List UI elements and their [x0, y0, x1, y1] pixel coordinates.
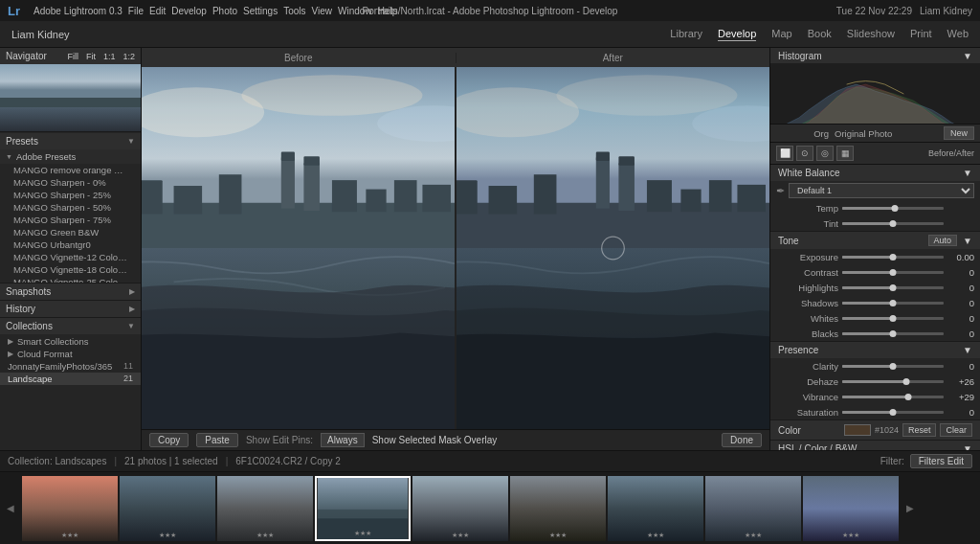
histogram-header[interactable]: Histogram ▼ [770, 48, 980, 63]
crop-tool-btn[interactable]: ⬜ [776, 146, 793, 161]
preset-item[interactable]: MANGO Sharpen - 25% [0, 189, 141, 201]
film-thumbnail-4[interactable]: ★★★ [315, 476, 411, 541]
shadows-label: Shadows [776, 298, 838, 308]
show-edit-dropdown[interactable]: Always [321, 433, 365, 447]
highlights-slider[interactable] [842, 286, 944, 289]
presets-triangle-icon: ▼ [127, 137, 135, 146]
menu-develop[interactable]: Develop [171, 6, 207, 16]
before-toggle[interactable]: Before/After [928, 148, 974, 158]
film-thumbnail-7[interactable]: ★★★ [608, 476, 703, 541]
color-header[interactable]: Color #1024 Reset Clear [770, 420, 980, 440]
film-thumbnail-2[interactable]: ★★★ [120, 476, 215, 541]
menu-file[interactable]: File [128, 6, 144, 16]
auto-btn[interactable]: Auto [928, 235, 958, 246]
zoom-1to2[interactable]: 1:2 [122, 52, 135, 61]
module-web[interactable]: Web [947, 28, 969, 41]
wb-header[interactable]: White Balance ▼ [770, 165, 980, 181]
filmstrip-next-btn[interactable]: ▶ [900, 476, 921, 541]
film-thumbnail-1[interactable]: ★★★ [22, 476, 118, 541]
zoom-fit[interactable]: Fit [86, 52, 96, 61]
wb-dropdown[interactable]: Default 1 As Shot Auto Daylight [789, 183, 974, 198]
color-swatch[interactable] [844, 424, 871, 436]
menu-view[interactable]: View [312, 6, 333, 16]
contrast-slider[interactable] [842, 271, 944, 274]
exposure-slider[interactable] [842, 256, 944, 259]
radial-tool-btn[interactable]: ◎ [816, 146, 834, 161]
film-thumbnail-6[interactable]: ★★★ [510, 476, 606, 541]
menu-adobe[interactable]: Adobe Lightroom 0.3 [33, 6, 122, 16]
zoom-1to1[interactable]: 1:1 [103, 52, 116, 61]
heal-tool-btn[interactable]: ⊙ [796, 146, 813, 161]
module-book[interactable]: Book [808, 28, 832, 41]
preset-item[interactable]: MANGO Vignette-18 Color Priority [0, 263, 141, 276]
module-slideshow[interactable]: Slideshow [847, 28, 895, 41]
color-header-right: #1024 Reset Clear [844, 423, 972, 437]
film-thumbnail-9[interactable]: ★★★ [803, 476, 899, 541]
photo-area[interactable] [142, 67, 769, 429]
copy-button[interactable]: Copy [149, 433, 189, 447]
shadows-value: 0 [947, 298, 974, 308]
smart-collections-item[interactable]: ▶ Smart Collections [0, 335, 141, 348]
wb-section: White Balance ▼ ✒ Default 1 As Shot Auto… [770, 165, 980, 232]
temp-label: Temp [776, 203, 838, 214]
snapshots-header[interactable]: Snapshots ▶ [0, 283, 141, 300]
module-map[interactable]: Map [771, 28, 791, 41]
preset-group-adobe[interactable]: ▼ Adobe Presets [0, 149, 141, 164]
clarity-slider[interactable] [842, 365, 944, 368]
module-develop[interactable]: Develop [718, 28, 756, 41]
presence-header[interactable]: Presence ▼ [770, 342, 980, 358]
shadows-slider[interactable] [842, 302, 944, 305]
filters-btn[interactable]: Filters Edit [910, 454, 972, 468]
show-edit-label: Show Edit Pins: [246, 435, 313, 445]
whites-slider[interactable] [842, 317, 944, 320]
tint-slider[interactable] [842, 222, 944, 225]
before-photo-panel[interactable] [142, 67, 455, 429]
gradient-tool-btn[interactable]: ▦ [836, 146, 854, 161]
collection-count: 21 [123, 374, 133, 383]
svg-rect-11 [281, 158, 295, 209]
saturation-slider[interactable] [842, 411, 944, 414]
thumbnail-stars: ★★★ [22, 532, 118, 539]
collection-landscape[interactable]: Landscape 21 [0, 373, 141, 385]
menu-edit[interactable]: Edit [149, 6, 166, 16]
zoom-fill[interactable]: Fill [67, 52, 78, 61]
menu-photo[interactable]: Photo [212, 6, 237, 16]
blacks-slider[interactable] [842, 332, 944, 335]
presets-header[interactable]: Presets ▼ [0, 133, 141, 149]
paste-button[interactable]: Paste [196, 433, 238, 447]
menu-settings[interactable]: Settings [243, 6, 278, 16]
preset-item[interactable]: MANGO Green B&W [0, 226, 141, 238]
done-button[interactable]: Done [722, 433, 762, 447]
after-photo-panel[interactable] [455, 67, 769, 429]
filmstrip-prev-btn[interactable]: ◀ [0, 476, 21, 541]
navigator-preview[interactable] [0, 64, 141, 131]
history-header[interactable]: History ▶ [0, 301, 141, 317]
preset-item[interactable]: MANGO Urbantgr0 [0, 238, 141, 251]
dehaze-slider[interactable] [842, 380, 944, 383]
reset-color-btn[interactable]: Reset [902, 423, 937, 437]
film-thumbnail-8[interactable]: ★★★ [705, 476, 801, 541]
collections-header[interactable]: Collections ▼ [0, 318, 141, 334]
menu-tools[interactable]: Tools [283, 6, 305, 16]
vibrance-slider[interactable] [842, 396, 944, 398]
highlights-value: 0 [947, 283, 974, 293]
navigator-header[interactable]: Navigator Fill Fit 1:1 1:2 [0, 48, 141, 64]
preset-item[interactable]: MANGO remove orange shirts theme [0, 164, 141, 176]
module-print[interactable]: Print [910, 28, 932, 41]
preset-item[interactable]: MANGO Vignette-12 Color Priority [0, 251, 141, 263]
hsl-header[interactable]: HSL / Color / B&W ▼ [770, 441, 980, 450]
preset-item[interactable]: MANGO Sharpen - 75% [0, 214, 141, 226]
profile-new-btn[interactable]: New [944, 126, 974, 140]
preset-item[interactable]: MANGO Sharpen - 0% [0, 176, 141, 189]
collection-jonnaty[interactable]: JonnatyFamilyPhotos/365 11 [0, 360, 141, 373]
eyedropper-icon[interactable]: ✒ [776, 185, 785, 197]
preset-item[interactable]: MANGO Sharpen - 50% [0, 201, 141, 214]
clear-color-btn[interactable]: Clear [940, 423, 972, 437]
tone-header[interactable]: Tone Auto ▼ [770, 232, 980, 249]
film-thumbnail-3[interactable]: ★★★ [217, 476, 313, 541]
film-thumbnail-5[interactable]: ★★★ [412, 476, 508, 541]
module-library[interactable]: Library [670, 28, 702, 41]
cloud-format-item[interactable]: ▶ Cloud Format [0, 348, 141, 360]
temp-slider[interactable] [842, 207, 944, 210]
navigator-section: Navigator Fill Fit 1:1 1:2 [0, 48, 141, 132]
